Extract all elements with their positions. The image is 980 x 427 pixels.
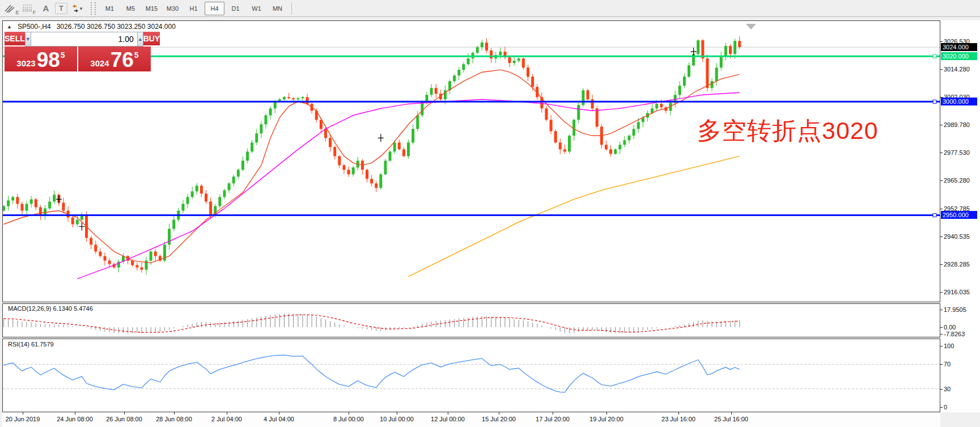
rsi-panel[interactable]	[2, 339, 940, 412]
axis-tick	[940, 407, 943, 408]
macd-axis-label: -7.8263	[944, 331, 965, 337]
buy-price[interactable]: 3024 76 5	[78, 46, 151, 71]
time-axis-label: 23 Jul 16:00	[661, 416, 695, 422]
rsi-axis-label: 100	[944, 343, 954, 349]
chart-header: ▲ SP500-,H4 3026.750 3026.750 3023.250 3…	[7, 23, 176, 31]
axis-tick	[940, 180, 943, 181]
time-tick	[75, 412, 75, 415]
price-axis-label: 2965.280	[944, 177, 970, 184]
text-box-icon[interactable]: T	[55, 3, 67, 14]
timeframe-h4[interactable]: H4	[205, 2, 224, 15]
time-tick	[553, 412, 553, 415]
time-tick	[23, 412, 23, 415]
buy-button[interactable]: BUY	[143, 32, 160, 46]
axis-tick	[940, 346, 943, 346]
timeframe-h1[interactable]: H1	[184, 2, 203, 15]
rsi-axis-label: 70	[944, 361, 951, 367]
collapse-trade-panel-icon[interactable]: ▲	[7, 24, 12, 29]
time-axis-label: 28 Jun 08:00	[156, 416, 192, 422]
time-axis-label: 17 Jul 20:00	[536, 416, 570, 422]
volume-decrease-button[interactable]: ▼	[25, 32, 31, 46]
time-tick	[279, 412, 279, 415]
time-tick	[124, 412, 125, 415]
time-tick	[678, 412, 679, 415]
time-tick	[349, 412, 349, 415]
time-axis-label: 26 Jun 08:00	[106, 416, 142, 422]
arrows-icon	[71, 4, 80, 13]
time-tick	[499, 412, 499, 415]
axis-tick	[940, 41, 943, 42]
axis-tick	[940, 334, 943, 335]
time-tick	[606, 412, 607, 415]
axis-tick	[940, 327, 943, 328]
chart-annotation-text[interactable]: 多空转折点3020	[697, 115, 879, 147]
price-axis-label: 2928.285	[944, 261, 970, 268]
axis-tick	[940, 125, 943, 125]
time-axis-label: 15 Jul 20:00	[482, 416, 516, 422]
macd-indicator-label: MACD(12,26,9) 6.1340 5.4746	[8, 305, 93, 312]
price-axis-label: 2977.530	[944, 149, 970, 156]
toolbar-grip[interactable]	[91, 2, 96, 15]
time-tick	[174, 412, 175, 415]
price-axis[interactable]: 3026.5303014.2803002.0302989.7802977.530…	[940, 20, 980, 412]
time-tick	[731, 412, 732, 415]
top-toolbar: E F A T ▾ M1M5M15M30H1H4D1W1MN	[0, 0, 980, 17]
timeframe-m1[interactable]: M1	[100, 2, 120, 15]
symbol-title: SP500-,H4	[18, 23, 51, 31]
time-axis[interactable]: 20 Jun 201924 Jun 08:0026 Jun 08:0028 Ju…	[2, 412, 940, 427]
timeframe-w1[interactable]: W1	[247, 2, 266, 15]
time-tick	[448, 412, 448, 415]
timeframe-m30[interactable]: M30	[163, 2, 183, 15]
one-click-trade-panel: SELL ▼ ▲ BUY 3023 98 5 3024 76 5	[5, 32, 151, 71]
toolbar-separator	[291, 2, 292, 15]
axis-tick	[940, 389, 943, 390]
volume-input[interactable]	[31, 32, 137, 46]
fibonacci-icon[interactable]: F	[21, 1, 37, 16]
equidistant-channel-icon[interactable]: E	[4, 1, 20, 16]
macd-panel[interactable]	[2, 303, 940, 337]
channel-lines-icon	[5, 4, 15, 13]
price-axis-label: 3014.280	[944, 66, 970, 73]
time-axis-label: 19 Jul 20:00	[589, 416, 623, 422]
axis-tick	[940, 236, 943, 237]
time-tick	[227, 412, 227, 415]
timeframe-d1[interactable]: D1	[226, 2, 245, 15]
price-level-badge: 3000.000	[941, 98, 977, 105]
sell-button[interactable]: SELL	[5, 32, 25, 46]
axis-tick	[940, 264, 943, 265]
arrows-tool-icon[interactable]: ▾	[69, 1, 84, 16]
axis-tick	[940, 153, 943, 153]
time-axis-label: 24 Jun 08:00	[57, 416, 93, 422]
time-tick	[397, 412, 397, 415]
macd-axis-label: 0.00	[944, 324, 956, 331]
time-axis-label: 4 Jul 04:00	[264, 416, 294, 422]
timeframe-m5[interactable]: M5	[121, 2, 141, 15]
time-axis-label: 8 Jul 00:00	[333, 416, 364, 422]
rsi-axis-label: 30	[944, 386, 951, 392]
sell-price[interactable]: 3023 98 5	[5, 46, 77, 71]
rsi-indicator-label: RSI(14) 61.7579	[8, 341, 54, 348]
volume-increase-button[interactable]: ▲	[137, 32, 143, 46]
text-label-icon[interactable]: A	[38, 1, 54, 16]
time-axis-label: 20 Jun 2019	[6, 416, 40, 422]
fibo-lines-icon	[22, 4, 32, 13]
price-axis-label: 2916.035	[944, 289, 970, 295]
time-axis-label: 2 Jul 04:00	[211, 416, 242, 422]
time-axis-label: 12 Jul 00:00	[431, 416, 465, 422]
price-level-badge: 3020.000	[941, 52, 977, 60]
price-axis-label: 2940.535	[944, 233, 970, 240]
current-price-badge: 3024.000	[941, 43, 977, 51]
time-axis-label: 25 Jul 16:00	[714, 416, 748, 422]
price-level-badge: 2950.000	[941, 211, 977, 219]
axis-tick	[940, 69, 943, 70]
timeframe-m15[interactable]: M15	[142, 2, 162, 15]
time-axis-label: 10 Jul 00:00	[380, 416, 414, 422]
axis-tick	[940, 310, 943, 310]
rsi-axis-label: 0	[944, 404, 947, 411]
timeframe-group: M1M5M15M30H1H4D1W1MN	[99, 2, 288, 15]
axis-tick	[940, 292, 943, 293]
axis-tick	[940, 364, 943, 365]
timeframe-mn[interactable]: MN	[268, 2, 287, 15]
price-axis-label: 2989.780	[944, 121, 970, 128]
ohlc-values: 3026.750 3026.750 3023.250 3024.000	[57, 23, 176, 31]
